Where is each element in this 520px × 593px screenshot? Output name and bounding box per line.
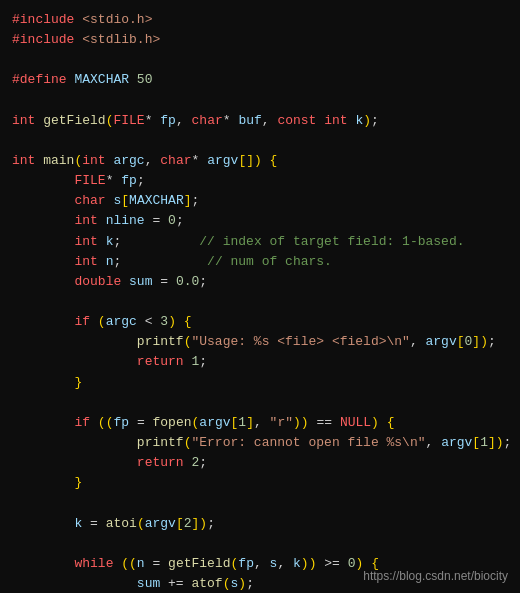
code-line: return 1;	[12, 352, 508, 372]
code-line: double sum = 0.0;	[12, 272, 508, 292]
code-line: return 2;	[12, 453, 508, 473]
code-line	[12, 493, 508, 513]
code-line: #include <stdio.h>	[12, 10, 508, 30]
watermark: https://blog.csdn.net/biocity	[363, 569, 508, 583]
code-line: FILE* fp;	[12, 171, 508, 191]
code-line: printf("Usage: %s <file> <field>\n", arg…	[12, 332, 508, 352]
code-line: k = atoi(argv[2]);	[12, 514, 508, 534]
code-line: }	[12, 373, 508, 393]
code-line: if ((fp = fopen(argv[1], "r")) == NULL) …	[12, 413, 508, 433]
code-line	[12, 131, 508, 151]
code-line: int n; // num of chars.	[12, 252, 508, 272]
code-content: #include <stdio.h> #include <stdlib.h> #…	[12, 10, 508, 593]
code-line	[12, 91, 508, 111]
code-line	[12, 393, 508, 413]
code-editor: #include <stdio.h> #include <stdlib.h> #…	[0, 0, 520, 593]
code-line: int getField(FILE* fp, char* buf, const …	[12, 111, 508, 131]
code-line: char s[MAXCHAR];	[12, 191, 508, 211]
code-line: if (argc < 3) {	[12, 312, 508, 332]
code-line: printf("Error: cannot open file %s\n", a…	[12, 433, 508, 453]
code-line	[12, 534, 508, 554]
code-line	[12, 292, 508, 312]
code-line: }	[12, 473, 508, 493]
code-line: #include <stdlib.h>	[12, 30, 508, 50]
code-line: int nline = 0;	[12, 211, 508, 231]
code-line: int main(int argc, char* argv[]) {	[12, 151, 508, 171]
code-line	[12, 50, 508, 70]
code-line: int k; // index of target field: 1-based…	[12, 232, 508, 252]
code-line: #define MAXCHAR 50	[12, 70, 508, 90]
